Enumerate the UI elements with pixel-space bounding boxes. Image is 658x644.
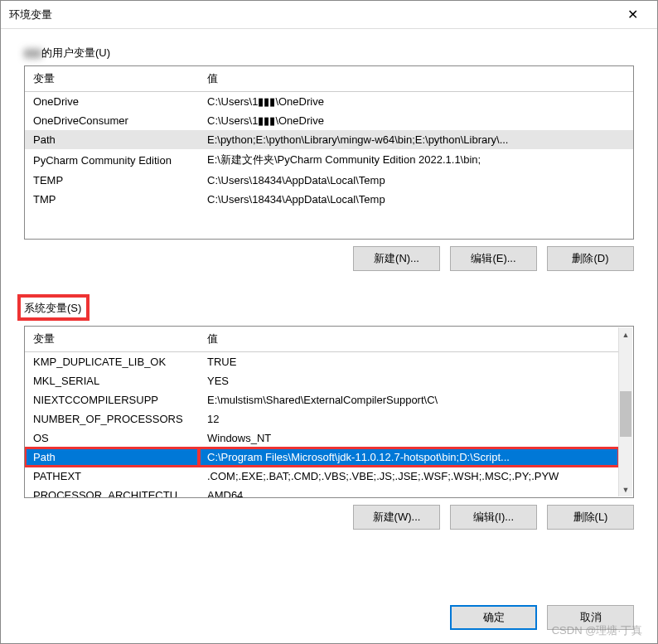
close-icon: ✕ [627,7,638,22]
cell-value: E:\mulstism\Shared\ExternalCompilerSuppo… [199,390,619,409]
user-vars-label-text: 的用户变量(U) [41,46,110,59]
cancel-button[interactable]: 取消 [547,605,634,630]
cell-variable: OneDriveConsumer [25,111,199,130]
cell-value: E:\新建文件夹\PyCharm Community Edition 2022.… [199,149,633,171]
table-row[interactable]: NUMBER_OF_PROCESSORS12 [25,409,619,429]
col-header-variable[interactable]: 变量 [25,327,199,352]
user-new-button[interactable]: 新建(N)... [353,246,440,271]
table-header-row: 变量 值 [25,66,633,92]
scroll-thumb[interactable] [620,391,631,437]
cell-value: 12 [199,409,619,429]
table-row[interactable]: PATHEXT.COM;.EXE;.BAT;.CMD;.VBS;.VBE;.JS… [25,467,619,486]
cell-variable: KMP_DUPLICATE_LIB_OK [25,352,199,372]
system-new-button[interactable]: 新建(W)... [353,505,440,530]
window-title: 环境变量 [9,7,616,22]
user-vars-label: ▮▮▮的用户变量(U) [24,46,634,61]
cell-variable: TEMP [25,171,199,190]
cell-value: Windows_NT [199,429,619,448]
dialog-footer: 确定 取消 [24,605,634,635]
table-row[interactable]: PathE:\python;E:\python\Library\mingw-w6… [25,130,633,149]
ok-button[interactable]: 确定 [450,605,537,630]
cell-value: E:\python;E:\python\Library\mingw-w64\bi… [199,130,633,149]
scroll-up-icon[interactable]: ▲ [619,327,632,341]
cell-variable: PATHEXT [25,467,199,486]
table-row[interactable]: OneDriveC:\Users\1▮▮▮\OneDrive [25,92,633,112]
user-delete-button[interactable]: 删除(D) [547,246,634,271]
scroll-down-icon[interactable]: ▼ [619,482,632,496]
table-row[interactable]: PathC:\Program Files\Microsoft\jdk-11.0.… [25,448,619,467]
system-vars-table: 变量 值 KMP_DUPLICATE_LIB_OKTRUEMKL_SERIALY… [25,327,619,498]
user-vars-table-box[interactable]: 变量 值 OneDriveC:\Users\1▮▮▮\OneDriveOneDr… [24,65,634,240]
scroll-track[interactable] [619,341,632,482]
cell-value: C:\Program Files\Microsoft\jdk-11.0.12.7… [199,448,619,467]
system-vars-label-highlight: 系统变量(S) [17,294,90,321]
cell-variable: PROCESSOR_ARCHITECTURE [25,486,199,498]
system-edit-button[interactable]: 编辑(I)... [450,505,537,530]
system-vars-table-box[interactable]: 变量 值 KMP_DUPLICATE_LIB_OKTRUEMKL_SERIALY… [24,326,634,498]
cell-value: AMD64 [199,486,619,498]
cell-variable: PyCharm Community Edition [25,149,199,171]
table-header-row: 变量 值 [25,327,619,352]
content-area: ▮▮▮的用户变量(U) 变量 值 OneDriveC:\Users\1▮▮▮\O… [1,29,657,643]
cell-variable: MKL_SERIAL [25,371,199,390]
user-name-blur: ▮▮▮ [24,46,41,59]
system-vars-buttons: 新建(W)... 编辑(I)... 删除(L) [24,505,634,530]
cell-value: .COM;.EXE;.BAT;.CMD;.VBS;.VBE;.JS;.JSE;.… [199,467,619,486]
table-row[interactable]: NIEXTCCOMPILERSUPPE:\mulstism\Shared\Ext… [25,390,619,409]
cell-value: C:\Users\1▮▮▮\OneDrive [199,92,633,112]
cell-variable: Path [25,130,199,149]
table-row[interactable]: PROCESSOR_ARCHITECTUREAMD64 [25,486,619,498]
table-row[interactable]: OSWindows_NT [25,429,619,448]
user-vars-table: 变量 值 OneDriveC:\Users\1▮▮▮\OneDriveOneDr… [25,66,633,209]
table-row[interactable]: PyCharm Community EditionE:\新建文件夹\PyChar… [25,149,633,171]
titlebar: 环境变量 ✕ [1,1,657,29]
cell-variable: TMP [25,190,199,209]
cell-value: C:\Users\18434\AppData\Local\Temp [199,171,633,190]
system-vars-label-wrap: 系统变量(S) [24,294,634,321]
table-row[interactable]: TEMPC:\Users\18434\AppData\Local\Temp [25,171,633,190]
cell-variable: Path [25,448,199,467]
col-header-variable[interactable]: 变量 [25,66,199,92]
table-row[interactable]: KMP_DUPLICATE_LIB_OKTRUE [25,352,619,372]
table-row[interactable]: OneDriveConsumerC:\Users\1▮▮▮\OneDrive [25,111,633,130]
system-delete-button[interactable]: 删除(L) [547,505,634,530]
cell-variable: NIEXTCCOMPILERSUPP [25,390,199,409]
user-edit-button[interactable]: 编辑(E)... [450,246,537,271]
env-var-dialog: 环境变量 ✕ ▮▮▮的用户变量(U) 变量 值 OneDriveC:\Users… [0,0,658,644]
cell-value: C:\Users\1▮▮▮\OneDrive [199,111,633,130]
col-header-value[interactable]: 值 [199,327,619,352]
col-header-value[interactable]: 值 [199,66,633,92]
close-button[interactable]: ✕ [616,2,649,27]
cell-variable: OneDrive [25,92,199,112]
table-row[interactable]: MKL_SERIALYES [25,371,619,390]
user-vars-buttons: 新建(N)... 编辑(E)... 删除(D) [24,246,634,271]
cell-value: TRUE [199,352,619,372]
cell-value: C:\Users\18434\AppData\Local\Temp [199,190,633,209]
table-row[interactable]: TMPC:\Users\18434\AppData\Local\Temp [25,190,633,209]
cell-variable: NUMBER_OF_PROCESSORS [25,409,199,429]
system-scrollbar[interactable]: ▲ ▼ [618,327,632,496]
system-vars-label: 系统变量(S) [24,302,81,314]
cell-value: YES [199,371,619,390]
cell-variable: OS [25,429,199,448]
